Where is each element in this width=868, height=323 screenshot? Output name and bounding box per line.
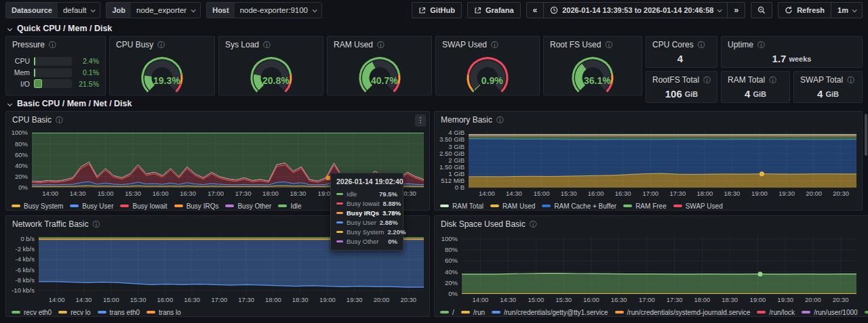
legend-item[interactable]: /run/credentials/systemd-journald.servic… [615,309,751,316]
stat-value: 4 [745,88,750,100]
legend-label: Busy Iowait [132,202,167,210]
stat-unit: weeks [789,55,811,63]
scrollbar-thumb[interactable] [865,114,867,156]
grafana-link-button[interactable]: Grafana [467,2,521,18]
stat-value: 4 [677,53,683,64]
info-icon[interactable]: ⓘ [703,77,711,84]
legend-item[interactable]: /run/user/1000 [802,309,858,316]
github-link-button[interactable]: GitHub [412,2,462,18]
y-axis-tick-label: 60% [15,151,28,158]
legend-item[interactable]: /run [461,309,485,316]
legend-item[interactable]: Busy Other [225,202,271,210]
job-picker[interactable]: Job node_exporter [106,2,201,18]
legend-item[interactable]: Busy IRQs [174,202,219,210]
panel-title[interactable]: Disk Space Used Basic [441,219,526,229]
info-icon[interactable]: ⓘ [92,221,100,228]
grafana-dashboard: Datasource default Job node_exporter Hos… [0,0,868,323]
info-icon[interactable]: ⓘ [377,41,384,49]
legend-item[interactable]: /run/lock [757,309,795,316]
info-icon[interactable]: ⓘ [157,41,165,49]
legend-label: Idle [290,202,301,210]
panel-title[interactable]: RAM Used [334,40,373,49]
legend-label: /run/user/1000 [814,309,858,316]
panel-title[interactable]: RootFS Total [652,75,699,85]
legend-item[interactable]: RAM Free [623,202,667,210]
time-range-button[interactable]: 2026-01-14 13:39:53 to 2026-01-14 20:46:… [543,2,728,18]
x-axis-tick-label: 14:00 [49,296,65,303]
pressure-panel: Pressureⓘ CPU 2.4% Mem 0.1% I/O 21.5% [5,36,106,95]
legend-label: / [452,309,454,316]
info-icon[interactable]: ⓘ [757,41,765,49]
y-axis-tick-label: -8 kb/s [15,276,35,284]
tooltip-series-swatch [336,212,343,214]
info-icon[interactable]: ⓘ [49,41,56,49]
panel-title[interactable]: SWAP Total [800,75,843,85]
memory-basic-legend: RAM TotalRAM UsedRAM Cache + BufferRAM F… [435,200,862,213]
panel-menu-icon[interactable]: ⋮ [415,114,426,127]
panel-title[interactable]: Memory Basic [441,115,492,125]
x-axis-tick-label: 18:00 [262,190,279,197]
legend-item[interactable]: /tmp [865,309,868,316]
time-shift-back-button[interactable]: « [526,2,545,18]
stat-unit: GiB [825,90,839,98]
panel-title[interactable]: CPU Basic [12,115,52,125]
legend-item[interactable]: RAM Total [440,202,484,210]
tooltip-series-name: Busy Other [347,238,384,245]
info-icon[interactable]: ⓘ [847,77,854,84]
hover-point-marker [760,171,764,176]
info-icon[interactable]: ⓘ [263,41,271,49]
info-icon[interactable]: ⓘ [56,116,63,124]
datasource-value[interactable]: default [58,3,100,18]
job-value[interactable]: node_exporter [131,3,200,18]
host-value[interactable]: node-exporter:9100 [235,3,321,18]
legend-item[interactable]: Busy User [70,202,113,210]
x-axis-tick-label: 19:00 [751,190,768,197]
legend-item[interactable]: Busy System [12,202,63,210]
panel-title[interactable]: Sys Load [225,40,259,49]
legend-item[interactable]: SWAP Used [673,202,723,210]
legend-item[interactable]: trans lo [146,309,181,316]
section-quick-cpu-mem-disk[interactable]: Quick CPU / Mem / Disk [5,23,863,34]
panel-title[interactable]: CPU Cores [652,40,694,49]
x-axis-tick-label: 15:30 [555,296,572,303]
legend-swatch [492,311,500,314]
refresh-button[interactable]: Refresh [778,2,831,18]
panel-title[interactable]: RAM Total [728,75,765,85]
gauge-value-text: 40.7% [370,75,397,86]
legend-item[interactable]: Busy Iowait [120,202,167,210]
disk-space-used-chart[interactable]: 0%20%40%60%80%100%14:0014:3015:0015:3016… [435,232,868,307]
panel-title[interactable]: Uptime [728,40,753,49]
info-icon[interactable]: ⓘ [605,41,612,49]
tooltip-series-swatch [336,221,343,223]
info-icon[interactable]: ⓘ [491,41,498,49]
host-label: Host [207,3,234,18]
series-RAM Cache + Buffer [469,139,856,177]
chevron-down-icon [852,7,857,12]
legend-item[interactable]: Idle [278,202,301,210]
datasource-picker[interactable]: Datasource default [5,2,100,18]
time-shift-forward-button[interactable]: » [727,2,745,18]
legend-item[interactable]: RAM Cache + Buffer [542,202,616,210]
info-icon[interactable]: ⓘ [496,116,504,124]
legend-item[interactable]: RAM Used [490,202,535,210]
host-picker[interactable]: Host node-exporter:9100 [206,2,322,18]
panel-title[interactable]: Root FS Used [550,40,601,49]
refresh-interval-button[interactable]: 1m [831,2,863,18]
legend-label: trans eth0 [110,309,140,316]
time-zoom-out-button[interactable] [751,2,772,18]
info-icon[interactable]: ⓘ [530,221,537,228]
panel-title[interactable]: Pressure [12,40,45,49]
x-axis-tick-label: 15:30 [130,296,146,303]
legend-item[interactable]: recv lo [58,309,90,316]
panel-title[interactable]: CPU Busy [116,40,153,49]
info-icon[interactable]: ⓘ [698,41,705,49]
panel-title[interactable]: Network Traffic Basic [12,219,88,229]
legend-item[interactable]: recv eth0 [12,309,52,316]
info-icon[interactable]: ⓘ [769,77,776,84]
legend-item[interactable]: /run/credentials/getty@tty1.service [492,309,608,316]
legend-item[interactable]: trans eth0 [98,309,140,316]
panel-title[interactable]: SWAP Used [442,40,487,49]
collapse-chevron-icon [7,101,12,106]
memory-basic-chart[interactable]: 0 B512 MiB1 GiB1.50 GiB2 GiB2.50 GiB3 Gi… [435,128,862,200]
legend-item[interactable]: / [440,309,454,316]
